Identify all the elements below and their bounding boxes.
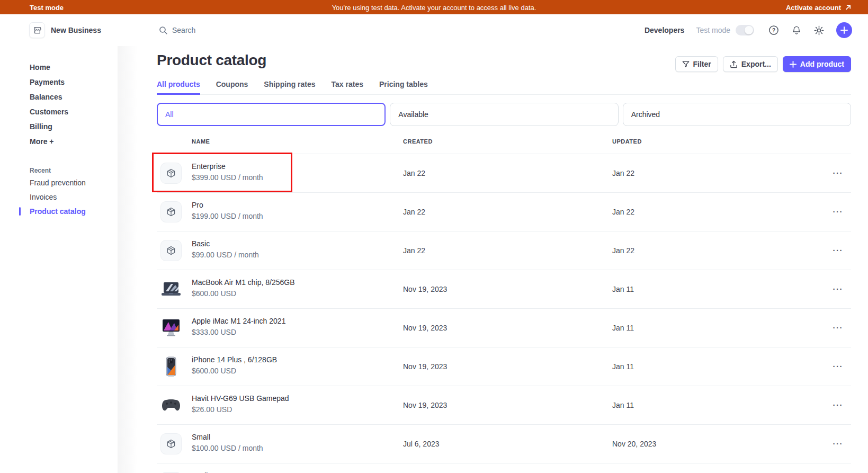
updated-date: Jan 11: [612, 401, 634, 409]
active-indicator-bar: [19, 207, 21, 216]
developers-link[interactable]: Developers: [645, 26, 684, 34]
created-date: Nov 19, 2023: [403, 285, 447, 293]
column-header-created: CREATED: [403, 138, 433, 145]
search-input[interactable]: Search: [159, 26, 195, 34]
product-name: MacBook Air M1 chip, 8/256GB: [192, 278, 295, 287]
created-date: Nov 19, 2023: [403, 401, 447, 409]
product-name: Pro: [192, 200, 263, 210]
activate-account-button[interactable]: Activate account: [786, 3, 852, 11]
updated-date: Jan 11: [612, 285, 634, 293]
table-body: Enterprise $399.00 USD / month Jan 22 Ja…: [157, 154, 851, 473]
test-mode-banner: Test mode You're using test data. Activa…: [0, 0, 868, 14]
main-content: Product catalog Filter Export... Add pro…: [157, 46, 851, 473]
sidebar-nav: HomePaymentsBalancesCustomersBillingMore…: [0, 46, 132, 149]
created-date: Jan 22: [403, 208, 425, 216]
macbook-photo: [160, 279, 182, 300]
package-icon: [160, 201, 182, 222]
sidebar-recent-item-fraud-prevention[interactable]: Fraud prevention: [0, 175, 132, 190]
sidebar-item-balances[interactable]: Balances: [0, 90, 132, 104]
table-row-iphone-14-plus-6-128gb[interactable]: iPhone 14 Plus , 6/128GB $600.00 USD Nov…: [157, 347, 851, 386]
recent-section-label: Recent: [0, 166, 132, 175]
product-price: $399.00 USD / month: [192, 173, 263, 182]
product-price: $100.00 USD / month: [192, 443, 263, 453]
created-date: Jan 22: [403, 169, 425, 177]
segment-all[interactable]: All: [157, 103, 386, 126]
svg-text:?: ?: [772, 28, 775, 33]
product-price: $333.00 USD: [192, 327, 285, 337]
segment-available[interactable]: Available: [390, 103, 618, 126]
sidebar-item-billing[interactable]: Billing: [0, 119, 132, 134]
business-switcher[interactable]: New Business: [29, 22, 101, 38]
table-header: NAME CREATED UPDATED: [157, 133, 851, 154]
table-row-small[interactable]: Small $100.00 USD / month Jul 6, 2023 No…: [157, 425, 851, 463]
updated-date: Jan 11: [612, 324, 634, 332]
sidebar-recent-item-invoices[interactable]: Invoices: [0, 190, 132, 204]
sidebar-item-payments[interactable]: Payments: [0, 75, 132, 90]
product-price: $600.00 USD: [192, 366, 277, 376]
test-mode-toggle-label: Test mode: [696, 26, 730, 34]
search-icon: [159, 26, 167, 34]
help-icon[interactable]: ?: [768, 24, 780, 36]
row-overflow-menu[interactable]: ···: [833, 364, 844, 369]
status-segments: AllAvailableArchived: [157, 103, 851, 126]
column-header-name: NAME: [192, 138, 210, 145]
row-overflow-menu[interactable]: ···: [833, 287, 844, 292]
tab-shipping-rates[interactable]: Shipping rates: [264, 80, 315, 95]
notifications-icon[interactable]: [791, 25, 802, 36]
page-title: Product catalog: [157, 51, 266, 69]
created-date: Jul 6, 2023: [403, 440, 440, 448]
table-row-pro[interactable]: Pro $199.00 USD / month Jan 22 Jan 22 ··…: [157, 193, 851, 231]
table-row-enterprise[interactable]: Enterprise $399.00 USD / month Jan 22 Ja…: [157, 154, 851, 193]
product-name: Havit HV-G69 USB Gamepad: [192, 394, 289, 403]
tab-all-products[interactable]: All products: [157, 80, 200, 95]
column-header-updated: UPDATED: [612, 138, 642, 145]
product-price: $26.00 USD: [192, 405, 289, 414]
segment-archived[interactable]: Archived: [623, 103, 851, 126]
table-row-macbook-air-m1-chip-8-256gb[interactable]: MacBook Air M1 chip, 8/256GB $600.00 USD…: [157, 270, 851, 309]
create-menu-button[interactable]: [836, 22, 852, 38]
sidebar-item-more[interactable]: More +: [0, 134, 132, 149]
sidebar: HomePaymentsBalancesCustomersBillingMore…: [0, 46, 132, 218]
product-name: Apple iMac M1 24-inch 2021: [192, 316, 285, 326]
sidebar-recent-item-product-catalog[interactable]: Product catalog: [0, 204, 132, 218]
catalog-tabs: All productsCouponsShipping ratesTax rat…: [157, 80, 851, 95]
products-table: NAME CREATED UPDATED Enterprise $399.00 …: [157, 133, 851, 473]
sidebar-recent: Fraud preventionInvoicesProduct catalog: [0, 175, 132, 218]
row-overflow-menu[interactable]: ···: [833, 209, 844, 215]
updated-date: Jan 11: [612, 362, 634, 371]
table-row-basic[interactable]: Basic $99.00 USD / month Jan 22 Jan 22 ·…: [157, 231, 851, 270]
gamepad-photo: [160, 395, 182, 416]
add-product-button[interactable]: Add product: [783, 56, 851, 72]
search-placeholder: Search: [172, 26, 195, 34]
product-price: $600.00 USD: [192, 289, 295, 298]
row-overflow-menu[interactable]: ···: [833, 248, 844, 253]
tab-coupons[interactable]: Coupons: [216, 80, 248, 95]
tab-pricing-tables[interactable]: Pricing tables: [379, 80, 428, 95]
export-icon: [730, 60, 738, 68]
created-date: Nov 19, 2023: [403, 324, 447, 332]
row-overflow-menu[interactable]: ···: [833, 403, 844, 408]
filter-button[interactable]: Filter: [675, 56, 718, 72]
package-icon: [160, 163, 182, 184]
plus-icon: [840, 26, 848, 34]
table-row-havit-hv-g69-usb-gamepad[interactable]: Havit HV-G69 USB Gamepad $26.00 USD Nov …: [157, 386, 851, 425]
banner-message: You're using test data. Activate your ac…: [0, 3, 868, 11]
settings-icon[interactable]: [813, 25, 825, 36]
updated-date: Jan 22: [612, 246, 634, 255]
created-date: Nov 19, 2023: [403, 362, 447, 371]
row-overflow-menu[interactable]: ···: [833, 441, 844, 447]
toggle-knob: [745, 26, 753, 34]
test-mode-toggle[interactable]: [736, 25, 754, 35]
export-button[interactable]: Export...: [723, 56, 778, 72]
table-row-apple-imac-m1-24-inch-2021[interactable]: Apple iMac M1 24-inch 2021 $333.00 USD N…: [157, 309, 851, 347]
storefront-icon: [29, 22, 45, 38]
package-icon: [160, 433, 182, 454]
row-overflow-menu[interactable]: ···: [833, 325, 844, 331]
table-row-medium[interactable]: Medium: [157, 463, 851, 473]
sidebar-item-customers[interactable]: Customers: [0, 104, 132, 119]
sidebar-item-home[interactable]: Home: [0, 60, 132, 75]
tab-tax-rates[interactable]: Tax rates: [332, 80, 363, 95]
updated-date: Jan 22: [612, 169, 634, 177]
updated-date: Jan 22: [612, 208, 634, 216]
row-overflow-menu[interactable]: ···: [833, 171, 844, 176]
